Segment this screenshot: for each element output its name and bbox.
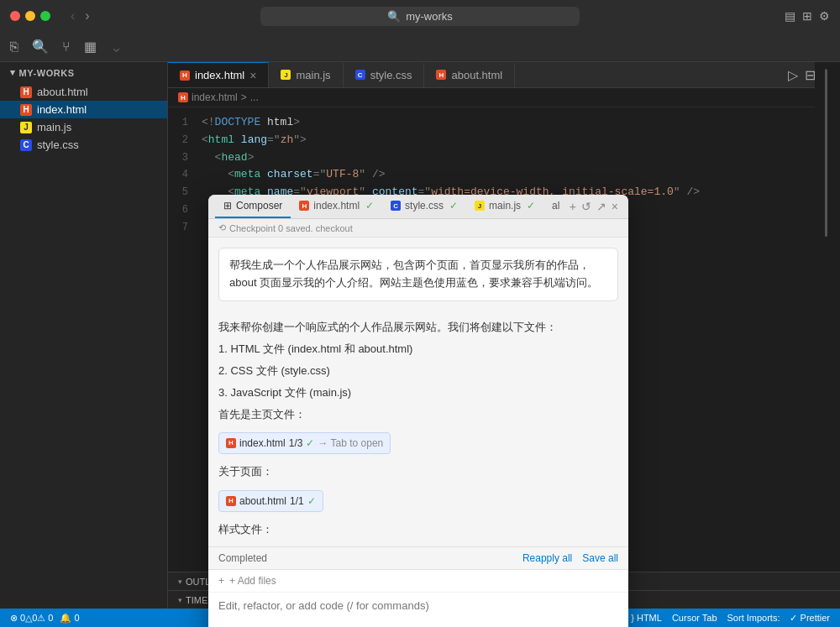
file-ref-about: H about.html 1/1 ✓ xyxy=(218,487,618,515)
tab-index-html[interactable]: H index.html × xyxy=(168,62,269,87)
maximize-button[interactable] xyxy=(40,11,50,21)
copy-icon[interactable]: ⎘ xyxy=(10,39,18,55)
composer-tab-index[interactable]: H index.html ✓ xyxy=(291,195,382,218)
git-icon[interactable]: ⑂ xyxy=(62,39,71,55)
editor-tabs: H index.html × J main.js C style.css H a… xyxy=(168,62,840,88)
composer-status: Completed xyxy=(218,552,267,564)
layout-icon[interactable]: ⊞ xyxy=(802,9,812,23)
ref-fraction: 1/1 xyxy=(290,493,304,509)
js-file-icon: J xyxy=(20,122,32,133)
tab-about-html[interactable]: H about.html xyxy=(424,63,515,87)
add-files-button[interactable]: + + Add files xyxy=(208,570,628,593)
add-tab-icon[interactable]: + xyxy=(570,200,576,213)
composer-file-label: style.css xyxy=(405,200,444,212)
close-button[interactable] xyxy=(10,11,20,21)
tab-style-css[interactable]: C style.css xyxy=(344,63,425,87)
language-mode[interactable]: { } HTML xyxy=(626,613,662,623)
sidebar-item-label: index.html xyxy=(37,103,87,116)
ref-filename: index.html xyxy=(239,435,286,452)
cursor-tab-status[interactable]: Cursor Tab xyxy=(672,613,717,623)
notification-status[interactable]: 🔔 0 xyxy=(60,613,79,624)
status-left: ⊗ 0△0⚠ 0 🔔 0 xyxy=(10,613,80,624)
tab-close-icon[interactable]: × xyxy=(249,70,256,81)
check-mark: ✓ xyxy=(449,200,458,212)
minimize-button[interactable] xyxy=(25,11,35,21)
tab-main-js[interactable]: J main.js xyxy=(269,63,343,87)
code-line-2: 2 <html lang="zh"> xyxy=(168,132,840,149)
html-file-icon: H xyxy=(20,86,32,98)
css-file-icon: C xyxy=(20,139,32,151)
response-content: 我来帮你创建一个响应式的个人作品展示网站。我们将创建以下文件： 1. HTML … xyxy=(208,311,628,546)
error-warning-status[interactable]: ⊗ 0△0⚠ 0 xyxy=(10,613,53,624)
scroll-indicator xyxy=(815,62,840,243)
breadcrumb-separator: > xyxy=(241,91,247,103)
response-line-7: 3. JavaScript 文件 (main.js) xyxy=(218,384,618,402)
composer-tab-composer[interactable]: ⊞ Composer xyxy=(215,195,291,218)
address-text: my-works xyxy=(406,10,453,23)
address-bar-container: 🔍 my-works xyxy=(260,7,580,26)
tab-html-icon: H xyxy=(180,71,190,81)
breadcrumb-icon: H xyxy=(178,92,188,102)
sidebar-item-stylecss[interactable]: C style.css xyxy=(0,136,167,154)
tab-label: main.js xyxy=(296,69,330,81)
about-section-label: 关于页面： xyxy=(218,462,618,481)
composer-tab-ai[interactable]: al xyxy=(543,195,568,218)
file-ref-about-html[interactable]: H about.html 1/1 ✓ xyxy=(218,490,323,512)
reapply-all-button[interactable]: Reapply all xyxy=(522,552,572,564)
ref-fraction: 1/3 xyxy=(289,435,303,452)
check-mark: ✓ xyxy=(527,200,535,212)
refresh-icon[interactable]: ↺ xyxy=(581,200,591,213)
code-line-3: 3 <head> xyxy=(168,149,840,167)
search-toolbar-icon[interactable]: 🔍 xyxy=(32,39,49,55)
sort-imports-status[interactable]: Sort Imports: xyxy=(727,613,780,623)
composer-js-icon: J xyxy=(475,201,485,211)
ref-arrow: → Tab to open xyxy=(318,435,383,452)
section-label: MY-WORKS xyxy=(19,68,75,78)
code-line-1: 1 <!DOCTYPE html> xyxy=(168,114,840,132)
composer-tab-actions: + ↺ ↗ × xyxy=(570,200,622,213)
sidebar-section-header[interactable]: ▾ MY-WORKS xyxy=(0,62,167,83)
composer-tab-style[interactable]: C style.css ✓ xyxy=(382,195,466,218)
composer-html-icon: H xyxy=(299,201,309,211)
split-editor-icon[interactable]: ⊟ xyxy=(805,67,816,83)
sidebar-toggle-icon[interactable]: ▤ xyxy=(785,9,795,23)
address-bar[interactable]: 🔍 my-works xyxy=(260,7,580,26)
close-composer-icon[interactable]: × xyxy=(612,200,618,213)
check-mark: ✓ xyxy=(365,200,374,212)
composer-tab-main[interactable]: J main.js ✓ xyxy=(466,195,543,218)
run-icon[interactable]: ▷ xyxy=(788,67,798,83)
checkpoint-icon: ⟲ xyxy=(218,222,226,233)
sidebar-item-index[interactable]: H index.html xyxy=(0,101,167,118)
footer-actions: Reapply all Save all xyxy=(522,552,618,564)
composer-file-label: al xyxy=(552,200,559,212)
settings-icon[interactable]: ⚙ xyxy=(819,9,830,23)
back-button[interactable]: ‹ xyxy=(67,7,78,25)
sidebar-item-label: about.html xyxy=(37,86,88,98)
title-bar-right: ▤ ⊞ ⚙ xyxy=(785,9,830,23)
save-all-button[interactable]: Save all xyxy=(582,552,618,564)
file-ref-index-html[interactable]: H index.html 1/3 ✓ → Tab to open xyxy=(218,432,391,454)
forward-button[interactable]: › xyxy=(81,7,92,25)
composer-input-field[interactable] xyxy=(208,593,628,627)
tab-label: style.css xyxy=(370,69,412,81)
checkpoint-bar: ⟲ Checkpoint 0 saved. checkout xyxy=(208,219,628,238)
response-line-5: 2. CSS 文件 (style.css) xyxy=(218,362,618,380)
response-line-1: 我来帮你创建一个响应式的个人作品展示网站。我们将创建以下文件： xyxy=(218,318,618,337)
breadcrumb-file: index.html xyxy=(192,91,238,103)
file-ref-index: H index.html 1/3 ✓ → Tab to open xyxy=(218,429,618,457)
composer-footer: Completed Reapply all Save all xyxy=(208,546,628,569)
tab-label: index.html xyxy=(195,69,244,81)
search-icon: 🔍 xyxy=(387,10,401,23)
timeline-caret-icon: ▾ xyxy=(178,596,182,604)
prettier-status[interactable]: ✓ Prettier xyxy=(790,613,830,624)
ref-check2-icon: ✓ xyxy=(307,493,316,509)
style-section-label: 样式文件： xyxy=(218,520,618,539)
sidebar-item-about[interactable]: H about.html xyxy=(0,83,167,101)
expand-icon[interactable]: ↗ xyxy=(596,200,606,213)
layout-toolbar-icon[interactable]: ▦ xyxy=(84,39,97,55)
sidebar: ▾ MY-WORKS H about.html H index.html J m… xyxy=(0,62,168,609)
breadcrumb: H index.html > ... xyxy=(168,88,840,107)
sidebar-item-label: style.css xyxy=(37,138,79,151)
composer-css-icon: C xyxy=(391,201,401,211)
sidebar-item-mainjs[interactable]: J main.js xyxy=(0,118,167,136)
